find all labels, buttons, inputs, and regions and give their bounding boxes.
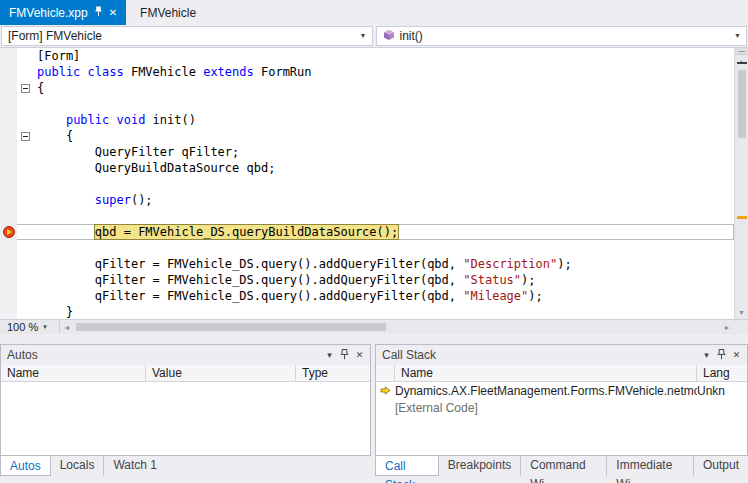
column-header-frame-icon	[376, 365, 395, 381]
code-line[interactable]: QueryBuildDataSource qbd;	[0, 160, 734, 176]
horizontal-scrollbar[interactable]	[74, 320, 720, 334]
fold-collapse-icon[interactable]	[21, 84, 30, 93]
column-header-name[interactable]: Name	[1, 365, 146, 381]
breakpoint-margin[interactable]	[0, 144, 17, 160]
code-line[interactable]	[0, 240, 734, 256]
tool-tab-output[interactable]: Output	[693, 456, 748, 476]
scope-dropdown[interactable]: [Form] FMVehicle ▼	[1, 26, 373, 46]
autos-grid-body[interactable]	[1, 382, 370, 455]
doc-tab-fmvehicle-xpp[interactable]: FMVehicle.xpp ✕	[0, 0, 126, 25]
code-token: {	[37, 129, 73, 143]
code-text: {	[33, 128, 73, 144]
code-line[interactable]	[0, 176, 734, 192]
code-line[interactable]: public class FMVehicle extends FormRun	[0, 64, 734, 80]
scroll-left-icon[interactable]: ◄	[60, 320, 74, 334]
breakpoint-margin[interactable]	[0, 80, 17, 96]
member-dropdown[interactable]: init() ▼	[376, 26, 748, 46]
code-line[interactable]	[0, 208, 734, 224]
close-icon[interactable]: ✕	[729, 350, 744, 360]
callstack-panel: Call Stack ▾ ✕ Name Lang Dynamics.AX.Fle…	[375, 344, 748, 456]
fold-collapse-icon[interactable]	[21, 132, 30, 141]
breakpoint-margin[interactable]	[0, 208, 17, 224]
breakpoint-margin[interactable]	[0, 256, 17, 272]
current-frame-icon	[376, 386, 395, 395]
horizontal-splitter[interactable]	[0, 334, 748, 344]
autos-grid-header: Name Value Type	[1, 365, 370, 382]
code-text: qbd = FMVehicle_DS.queryBuildDataSource(…	[33, 224, 398, 240]
scroll-right-icon[interactable]: ►	[720, 320, 734, 334]
pin-icon[interactable]	[337, 349, 352, 362]
code-token: public class	[37, 65, 131, 79]
code-line[interactable]: [Form]	[0, 48, 734, 64]
close-icon[interactable]: ✕	[109, 8, 117, 18]
pin-icon[interactable]	[714, 349, 729, 362]
autos-panel-title-bar[interactable]: Autos ▾ ✕	[1, 345, 370, 365]
tool-tab-call-stack[interactable]: Call Stack	[375, 456, 439, 476]
tool-tab-autos[interactable]: Autos	[0, 456, 51, 476]
column-header-type[interactable]: Type	[296, 365, 370, 381]
fold-margin	[17, 208, 33, 224]
code-line[interactable]: {	[0, 128, 734, 144]
tool-tab-watch-1[interactable]: Watch 1	[103, 456, 166, 476]
code-line[interactable]: QueryFilter qFilter;	[0, 144, 734, 160]
window-position-icon[interactable]: ▾	[322, 350, 337, 360]
code-area[interactable]: [Form]public class FMVehicle extends For…	[0, 48, 734, 319]
autos-panel: Autos ▾ ✕ Name Value Type	[0, 344, 371, 456]
tool-tab-immediate-wi[interactable]: Immediate Wi...	[606, 456, 693, 476]
doc-tab-fmvehicle[interactable]: FMVehicle	[126, 0, 210, 25]
code-line[interactable]: {	[0, 80, 734, 96]
horizontal-scrollbar-thumb[interactable]	[76, 323, 386, 331]
scroll-down-icon[interactable]: ▼	[735, 306, 748, 319]
zoom-dropdown[interactable]: 100 % ▾	[0, 320, 60, 334]
code-line[interactable]: public void init()	[0, 112, 734, 128]
vertical-scrollbar-thumb[interactable]	[738, 70, 746, 138]
tool-tab-locals[interactable]: Locals	[51, 456, 104, 476]
vertical-scrollbar[interactable]: ▲ ▼	[734, 48, 748, 319]
breakpoint-margin[interactable]	[0, 160, 17, 176]
breakpoint-margin[interactable]	[0, 224, 17, 240]
fold-margin	[17, 160, 33, 176]
callstack-row[interactable]: Dynamics.AX.FleetManagement.Forms.FMVehi…	[376, 382, 747, 399]
code-line[interactable]: qFilter = FMVehicle_DS.query().addQueryF…	[0, 272, 734, 288]
code-line[interactable]: qFilter = FMVehicle_DS.query().addQueryF…	[0, 256, 734, 272]
callstack-grid-body[interactable]: Dynamics.AX.FleetManagement.Forms.FMVehi…	[376, 382, 747, 455]
column-header-name[interactable]: Name	[395, 365, 697, 381]
callstack-row[interactable]: [External Code]	[376, 399, 747, 416]
fold-margin	[17, 304, 33, 319]
breakpoint-margin[interactable]	[0, 112, 17, 128]
scrollbar-corner	[734, 320, 748, 334]
code-line[interactable]	[0, 96, 734, 112]
code-line[interactable]: }	[0, 304, 734, 319]
chevron-down-icon: ▾	[43, 323, 47, 331]
fold-margin	[17, 288, 33, 304]
tool-tab-breakpoints[interactable]: Breakpoints	[439, 456, 520, 476]
breakpoint-current-statement-icon[interactable]	[3, 226, 15, 238]
code-text: {	[33, 80, 44, 96]
pin-icon[interactable]	[94, 6, 103, 20]
split-window-grip[interactable]	[735, 48, 748, 55]
column-header-value[interactable]: Value	[146, 365, 296, 381]
breakpoint-margin[interactable]	[0, 304, 17, 319]
breakpoint-margin[interactable]	[0, 64, 17, 80]
fold-margin	[17, 112, 33, 128]
code-line[interactable]: super();	[0, 192, 734, 208]
breakpoint-margin[interactable]	[0, 192, 17, 208]
breakpoint-margin[interactable]	[0, 240, 17, 256]
panel-title: Call Stack	[382, 348, 436, 362]
callstack-panel-title-bar[interactable]: Call Stack ▾ ✕	[376, 345, 747, 365]
breakpoint-margin[interactable]	[0, 48, 17, 64]
code-text: [Form]	[33, 48, 80, 64]
column-header-lang[interactable]: Lang	[697, 365, 747, 381]
breakpoint-margin[interactable]	[0, 288, 17, 304]
code-line[interactable]: qFilter = FMVehicle_DS.query().addQueryF…	[0, 288, 734, 304]
breakpoint-margin[interactable]	[0, 96, 17, 112]
breakpoint-margin[interactable]	[0, 272, 17, 288]
breakpoint-margin[interactable]	[0, 128, 17, 144]
breakpoint-margin[interactable]	[0, 176, 17, 192]
tool-tab-command-wi[interactable]: Command Wi...	[520, 456, 606, 476]
close-icon[interactable]: ✕	[352, 350, 367, 360]
code-token: qFilter = FMVehicle_DS.query().addQueryF…	[37, 257, 463, 271]
window-position-icon[interactable]: ▾	[699, 350, 714, 360]
code-text: public void init()	[33, 112, 196, 128]
code-line[interactable]: qbd = FMVehicle_DS.queryBuildDataSource(…	[0, 224, 734, 240]
